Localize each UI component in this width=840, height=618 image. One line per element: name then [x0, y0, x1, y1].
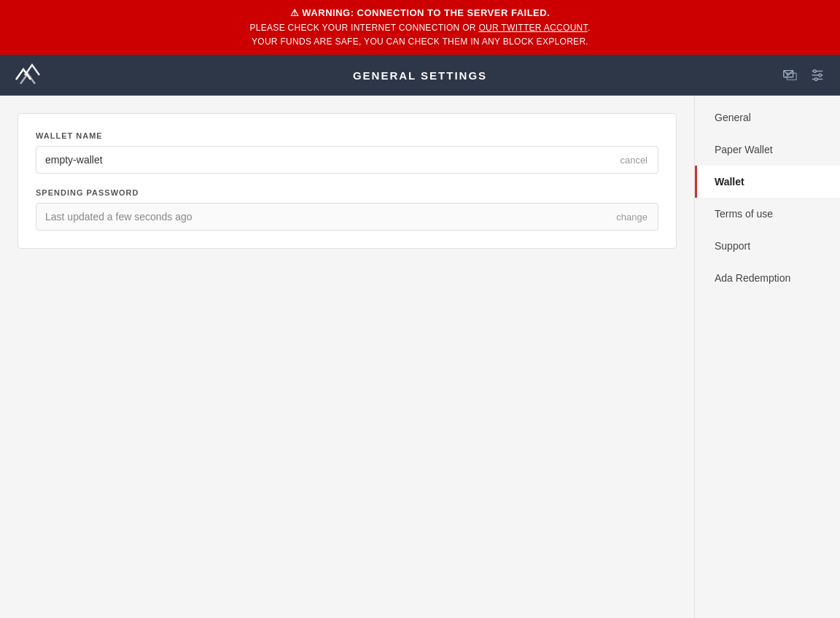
twitter-link[interactable]: OUR TWITTER ACCOUNT: [478, 23, 587, 33]
sidebar-item-ada-redemption[interactable]: Ada Redemption: [695, 262, 840, 294]
sidebar-item-support[interactable]: Support: [695, 230, 840, 262]
spending-password-wrapper: Last updated a few seconds ago change: [36, 203, 658, 231]
warning-text-before-link: PLEASE CHECK YOUR INTERNET CONNECTION OR: [249, 23, 475, 33]
warning-banner: ⚠ WARNING: CONNECTION TO THE SERVER FAIL…: [0, 0, 840, 55]
wallet-name-input[interactable]: [36, 147, 610, 173]
spending-password-label: SPENDING PASSWORD: [36, 188, 658, 197]
wallet-name-cancel-button[interactable]: cancel: [610, 147, 658, 173]
wallet-name-label: WALLET NAME: [36, 131, 658, 140]
sidebar-item-paper-wallet[interactable]: Paper Wallet: [695, 134, 840, 166]
sidebar-item-terms-of-use[interactable]: Terms of use: [695, 198, 840, 230]
main-layout: WALLET NAME cancel SPENDING PASSWORD Las…: [0, 96, 840, 618]
page-title: GENERAL SETTINGS: [353, 69, 487, 82]
topbar: GENERAL SETTINGS: [0, 55, 840, 96]
svg-point-7: [814, 78, 817, 81]
topbar-right: [782, 67, 825, 83]
sidebar-nav: GeneralPaper WalletWalletTerms of useSup…: [695, 96, 840, 294]
app-logo[interactable]: [15, 63, 41, 87]
warning-line3: YOUR FUNDS ARE SAFE, YOU CAN CHECK THEM …: [12, 35, 828, 49]
warning-line1: ⚠ WARNING: CONNECTION TO THE SERVER FAIL…: [12, 6, 828, 21]
topbar-left: [15, 63, 41, 87]
warning-line2: PLEASE CHECK YOUR INTERNET CONNECTION OR…: [12, 21, 828, 35]
settings-icon[interactable]: [809, 67, 825, 83]
sidebar-item-wallet[interactable]: Wallet: [695, 166, 840, 198]
settings-card: WALLET NAME cancel SPENDING PASSWORD Las…: [18, 113, 677, 249]
wallet-name-input-wrapper: cancel: [36, 146, 658, 174]
svg-rect-1: [787, 73, 796, 80]
right-sidebar: GeneralPaper WalletWalletTerms of useSup…: [694, 96, 840, 618]
svg-point-6: [819, 74, 822, 77]
spending-password-change-button[interactable]: change: [606, 204, 658, 230]
sidebar-item-general[interactable]: General: [695, 101, 840, 134]
notifications-icon[interactable]: [782, 67, 798, 83]
spending-password-status: Last updated a few seconds ago: [36, 204, 606, 230]
svg-point-5: [814, 70, 817, 73]
content-area: WALLET NAME cancel SPENDING PASSWORD Las…: [0, 96, 694, 618]
